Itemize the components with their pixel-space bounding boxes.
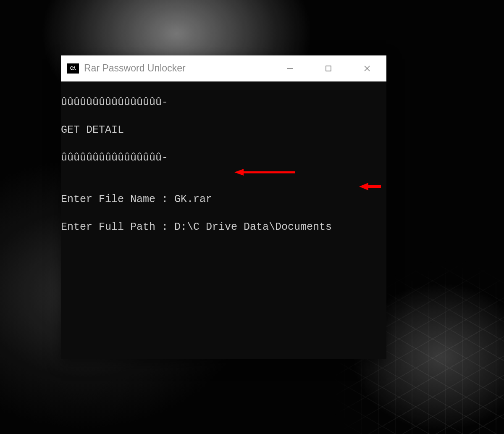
maximize-button[interactable] xyxy=(309,55,348,81)
window-controls xyxy=(270,55,386,81)
minimize-icon xyxy=(286,64,294,73)
titlebar[interactable]: C:\. Rar Password Unlocker xyxy=(61,55,386,82)
close-icon xyxy=(363,64,371,73)
terminal-line: ûûûûûûûûûûûûûûûû- xyxy=(61,95,386,109)
svg-marker-7 xyxy=(359,183,368,190)
console-window: C:\. Rar Password Unlocker ûûûûûûûûûûûûû… xyxy=(61,55,386,359)
terminal-line: Enter File Name : GK.rar xyxy=(61,192,386,206)
terminal-line: Enter Full Path : D:\C Drive Data\Docume… xyxy=(61,220,386,234)
window-title: Rar Password Unlocker xyxy=(84,63,270,74)
cmd-icon: C:\. xyxy=(67,63,79,74)
minimize-button[interactable] xyxy=(270,55,309,81)
maximize-icon xyxy=(324,64,333,73)
terminal-area[interactable]: ûûûûûûûûûûûûûûûû- GET DETAIL ûûûûûûûûûûû… xyxy=(61,82,386,359)
terminal-line: ûûûûûûûûûûûûûûûû- xyxy=(61,151,386,165)
svg-rect-1 xyxy=(326,66,331,71)
terminal-line: GET DETAIL xyxy=(61,123,386,137)
close-button[interactable] xyxy=(348,55,386,81)
svg-marker-5 xyxy=(234,169,244,176)
